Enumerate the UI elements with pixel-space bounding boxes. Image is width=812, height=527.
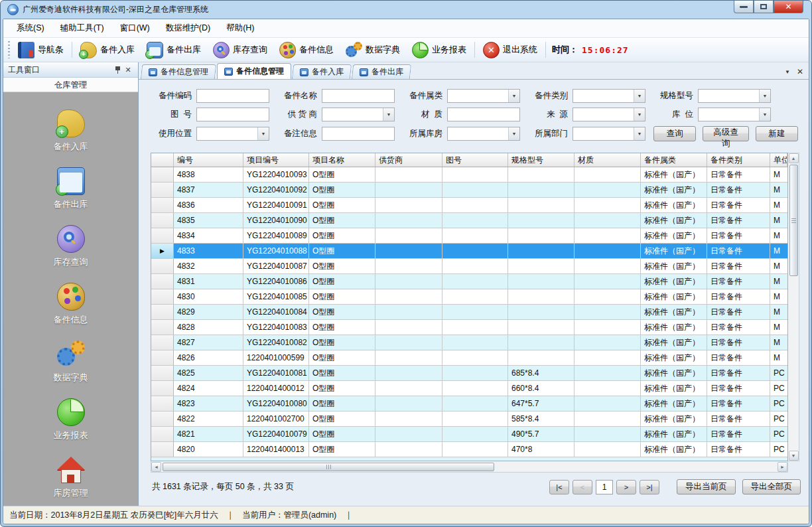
header-project-no[interactable]: 项目编号 (243, 153, 309, 167)
toolbar-parts-inbound-button[interactable]: + 备件入库 (74, 40, 141, 60)
header-project-name[interactable]: 项目名称 (309, 153, 375, 167)
chevron-down-icon[interactable]: ▼ (634, 90, 645, 102)
scroll-up-icon[interactable]: ▲ (789, 153, 799, 163)
part-attr-select[interactable]: ▼ (447, 89, 520, 103)
toolbar-data-dict-button[interactable]: 数据字典 (340, 40, 406, 60)
remark-input[interactable] (322, 127, 395, 141)
toolbar-report-button[interactable]: 业务报表 (406, 40, 472, 60)
scroll-right-icon[interactable]: ► (778, 462, 787, 472)
row-selector-cell[interactable] (151, 183, 174, 197)
table-row[interactable]: 4825 YG12204010081 O型圈 685*8.4 标准件（国产） 日… (151, 366, 787, 381)
first-page-button[interactable]: |< (549, 480, 569, 494)
table-row[interactable]: 4828 YG12204010083 O型圈 标准件（国产） 日常备件 M (151, 320, 787, 335)
sidebar-item-stock-query[interactable]: 库存查询 (54, 225, 88, 268)
chevron-down-icon[interactable]: ▼ (634, 127, 645, 140)
sidebar-close-button[interactable]: ✕ (123, 64, 133, 75)
table-row[interactable]: 4832 YG12204010087 O型圈 标准件（国产） 日常备件 M (151, 259, 787, 274)
table-row[interactable]: 4830 YG12204010085 O型圈 标准件（国产） 日常备件 M (151, 289, 787, 305)
sidebar-item-warehouse-manage[interactable]: 库房管理 (54, 456, 88, 499)
row-selector-cell[interactable] (151, 320, 174, 335)
row-selector-cell[interactable] (151, 366, 174, 380)
toolbar-navbar-button[interactable]: 导航条 (12, 40, 70, 60)
row-selector-cell[interactable]: ▶ (151, 244, 174, 258)
toolbar-parts-outbound-button[interactable]: 备件出库 (141, 40, 207, 60)
sidebar-item-data-dict[interactable]: 数据字典 (54, 340, 88, 384)
sidebar-item-parts-outbound[interactable]: 备件出库 (54, 167, 88, 210)
header-drawing-no[interactable]: 图号 (442, 153, 508, 167)
row-selector-cell[interactable] (151, 167, 174, 182)
row-selector-cell[interactable] (151, 396, 174, 411)
header-material[interactable]: 材质 (575, 153, 641, 167)
supplier-select[interactable]: ▼ (322, 108, 395, 121)
chevron-down-icon[interactable]: ▼ (759, 90, 770, 102)
export-all-pages-button[interactable]: 导出全部页 (742, 479, 801, 494)
row-selector-cell[interactable] (151, 289, 174, 304)
part-category-select[interactable]: ▼ (573, 89, 645, 103)
sidebar-item-parts-info[interactable]: 备件信息 (54, 283, 88, 326)
source-select[interactable]: ▼ (573, 108, 645, 121)
scroll-left-icon[interactable]: ◄ (151, 462, 161, 472)
create-button[interactable]: 新建 (756, 126, 798, 141)
toolbar-parts-info-button[interactable]: 备件信息 (273, 40, 340, 60)
tab-parts-info-manage-2[interactable]: 备件信息管理 (217, 63, 291, 79)
department-select[interactable]: ▼ (573, 127, 645, 141)
table-row[interactable]: 4837 YG12204010092 O型圈 标准件（国产） 日常备件 M (151, 183, 787, 198)
table-row[interactable]: 4826 1220401000599 O型圈 标准件（国产） 日常备件 M (151, 350, 787, 366)
tab-close-icon[interactable]: ✕ (797, 67, 803, 76)
row-selector-cell[interactable] (151, 198, 174, 212)
vertical-scroll-thumb[interactable] (789, 165, 798, 276)
spec-select[interactable]: ▼ (698, 89, 771, 103)
table-row[interactable]: 4836 YG12204010091 O型圈 标准件（国产） 日常备件 M (151, 198, 787, 213)
query-button[interactable]: 查询 (653, 126, 696, 141)
menu-window[interactable]: 窗口(W) (112, 20, 158, 37)
part-code-input[interactable] (196, 89, 269, 103)
chevron-down-icon[interactable]: ▼ (508, 90, 519, 102)
table-row[interactable]: 4838 YG12204010093 O型圈 标准件（国产） 日常备件 M (151, 167, 787, 183)
row-selector-cell[interactable] (151, 335, 174, 350)
tab-list-dropdown-icon[interactable]: ▼ (785, 69, 790, 75)
horizontal-scroll-thumb[interactable] (163, 463, 494, 471)
chevron-down-icon[interactable]: ▼ (759, 108, 770, 121)
close-button[interactable]: ✕ (774, 1, 803, 13)
table-row[interactable]: 4824 1220401400012 O型圈 660*8.4 标准件（国产） 日… (151, 381, 787, 396)
row-selector-cell[interactable] (151, 259, 174, 273)
menu-aux-tools[interactable]: 辅助工具(T) (52, 20, 112, 37)
toolbar-stock-query-button[interactable]: 库存查询 (207, 40, 273, 60)
menu-data-maintain[interactable]: 数据维护(D) (158, 20, 218, 37)
row-selector-cell[interactable] (151, 412, 174, 426)
table-row[interactable]: 4820 1220401400013 O型圈 470*8 标准件（国产） 日常备… (151, 442, 787, 457)
prev-page-button[interactable]: < (573, 480, 592, 494)
drawing-no-input[interactable] (196, 108, 269, 121)
header-spec[interactable]: 规格型号 (508, 153, 575, 167)
table-row[interactable]: 4831 YG12204010086 O型圈 标准件（国产） 日常备件 M (151, 274, 787, 289)
tab-parts-inbound[interactable]: 备件入库 (292, 64, 352, 79)
sidebar-item-parts-inbound[interactable]: + 备件入库 (54, 110, 88, 153)
next-page-button[interactable]: > (616, 480, 636, 494)
header-id[interactable]: 编号 (174, 153, 243, 167)
advanced-query-button[interactable]: 高级查询 (703, 126, 749, 141)
header-unit[interactable]: 单位 (770, 153, 787, 167)
export-current-page-button[interactable]: 导出当前页 (677, 479, 736, 494)
current-page-box[interactable]: 1 (596, 480, 613, 494)
minimize-button[interactable] (734, 1, 754, 13)
row-selector-cell[interactable] (151, 442, 174, 457)
vertical-scrollbar[interactable]: ▲ ▼ (788, 153, 799, 461)
header-supplier[interactable]: 供货商 (375, 153, 442, 167)
table-row[interactable]: 4834 YG12204010089 O型圈 标准件（国产） 日常备件 M (151, 228, 787, 244)
chevron-down-icon[interactable]: ▼ (383, 108, 394, 121)
row-selector-cell[interactable] (151, 350, 174, 365)
maximize-button[interactable] (754, 1, 774, 13)
warehouse-select[interactable]: ▼ (447, 127, 520, 141)
table-row[interactable]: 4829 YG12204010084 O型圈 标准件（国产） 日常备件 M (151, 305, 787, 320)
table-row[interactable]: 4823 YG12204010080 O型圈 647*5.7 标准件（国产） 日… (151, 396, 787, 412)
row-selector-cell[interactable] (151, 213, 174, 228)
table-row[interactable]: ▶ 4833 YG12204010088 O型圈 标准件（国产） 日常备件 M (151, 244, 787, 259)
row-selector-cell[interactable] (151, 305, 174, 319)
table-row[interactable]: 4835 YG12204010090 O型圈 标准件（国产） 日常备件 M (151, 213, 787, 228)
tab-parts-info-manage-1[interactable]: 备件信息管理 (141, 64, 216, 79)
table-row[interactable]: 4822 1220401002700 O型圈 585*8.4 标准件（国产） 日… (151, 412, 787, 427)
header-category[interactable]: 备件属类 (641, 153, 707, 167)
row-selector-cell[interactable] (151, 427, 174, 441)
last-page-button[interactable]: >| (640, 480, 659, 494)
table-row[interactable]: 4827 YG12204010082 O型圈 标准件（国产） 日常备件 M (151, 335, 787, 350)
